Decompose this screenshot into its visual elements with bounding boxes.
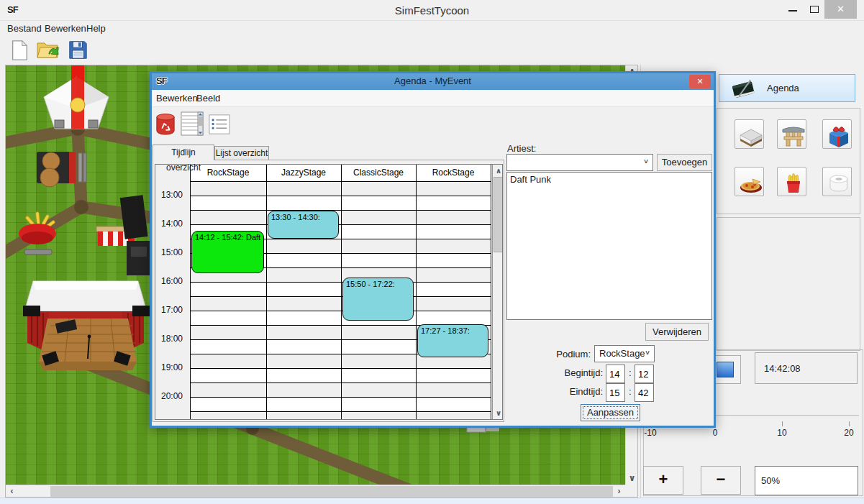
torii-gate-button[interactable] — [777, 119, 806, 149]
stage-equipment-object — [120, 195, 153, 275]
schedule-event[interactable]: 14:12 - 15:42: Daft Punk — [191, 231, 264, 273]
hour-label: 16:00 — [161, 276, 183, 288]
chevron-left-icon[interactable]: ‹ — [6, 485, 18, 498]
schedule-event[interactable]: 15:50 - 17:22: — [342, 278, 414, 321]
new-file-icon[interactable] — [9, 39, 32, 62]
timeline-view-icon[interactable] — [181, 111, 204, 139]
tab-tijdlijn-overzicht[interactable]: Tijdlijn overzicht — [153, 145, 214, 160]
window-titlebar: SF SimFestTycoon ✕ — [0, 0, 864, 21]
tab-content: 13:0014:0015:0016:0017:0018:0019:0020:00… — [153, 160, 504, 422]
artist-combobox[interactable]: ∨ — [506, 154, 653, 171]
info-group — [717, 217, 860, 351]
menu-bewerken[interactable]: Bewerken — [45, 23, 86, 34]
schedule-scrollbar[interactable]: ∧ ∨ — [492, 165, 503, 419]
slider-label: 0 — [701, 428, 729, 438]
column-header: JazzyStage — [266, 168, 341, 178]
minimize-icon[interactable] — [788, 9, 797, 12]
podium-combobox[interactable]: RockStage ∨ — [594, 345, 655, 362]
begin-minute-field[interactable] — [635, 365, 654, 383]
fries-button[interactable] — [777, 167, 806, 196]
column-header: ClassicStage — [341, 168, 416, 178]
hour-label: 13:00 — [161, 190, 183, 201]
slider-tick — [782, 421, 783, 426]
hour-label: 17:00 — [161, 305, 183, 316]
add-artist-button[interactable]: Toevoegen — [657, 154, 712, 171]
stage-tile-button[interactable] — [735, 119, 764, 149]
hour-label: 19:00 — [161, 362, 183, 374]
remove-artist-button[interactable]: Verwijderen — [645, 323, 709, 341]
scrollbar-corner — [625, 485, 637, 497]
game-clock: 14:42:08 — [755, 352, 858, 384]
end-minute-field[interactable] — [635, 383, 654, 402]
scrollbar-thumb[interactable] — [494, 177, 503, 252]
scrollbar-thumb[interactable] — [50, 486, 613, 497]
save-file-icon[interactable] — [67, 39, 90, 62]
hour-label: 20:00 — [161, 391, 183, 403]
apply-button[interactable]: Aanpassen — [581, 404, 640, 421]
slider-tick — [849, 421, 850, 426]
toilet-paper-button[interactable] — [822, 167, 852, 196]
hour-label: 14:00 — [161, 219, 183, 230]
agenda-dialog: SF Agenda - MyEvent ✕ Bewerken Beeld Tij… — [150, 71, 716, 428]
dialog-title: Agenda - MyEvent — [152, 75, 714, 86]
slider-label: 10 — [768, 428, 796, 438]
maximize-icon[interactable] — [810, 6, 819, 13]
main-toolbar — [0, 36, 640, 65]
close-button[interactable]: ✕ — [824, 0, 857, 19]
begin-hour-field[interactable] — [606, 365, 625, 383]
gift-button[interactable] — [822, 119, 852, 149]
menu-help[interactable]: Help — [86, 23, 106, 34]
schedule-grid: 13:0014:0015:0016:0017:0018:0019:0020:00… — [155, 164, 503, 420]
pizza-button[interactable] — [735, 167, 764, 196]
zoom-level-box: 50% — [755, 466, 858, 495]
window-title: SimFestTycoon — [0, 4, 864, 17]
schedule-event[interactable]: 17:27 - 18:37: — [417, 324, 488, 357]
slider-label: -10 — [636, 428, 665, 438]
chevron-right-icon[interactable]: › — [613, 485, 625, 498]
time-gutter: 13:0014:0015:0016:0017:0018:0019:0020:00 — [155, 165, 190, 419]
time-separator: : — [629, 386, 632, 397]
menu-bestand[interactable]: Bestand — [7, 23, 42, 34]
podium-label: Podium: — [507, 349, 591, 359]
zoom-in-button[interactable]: + — [643, 466, 683, 495]
tent-object — [44, 77, 109, 129]
podium-combobox-value: RockStage — [599, 348, 645, 359]
window-bottom-strip — [0, 498, 864, 504]
grid-line — [491, 165, 491, 419]
zoom-out-button[interactable]: − — [701, 466, 741, 495]
map-horizontal-scrollbar[interactable]: ‹ › — [6, 485, 625, 497]
list-item[interactable]: Daft Punk — [507, 173, 711, 186]
agenda-button[interactable]: Agenda — [719, 74, 855, 102]
chevron-down-icon[interactable]: ∨ — [626, 472, 638, 485]
schedule-event[interactable]: 13:30 - 14:30: — [268, 211, 339, 239]
end-hour-field[interactable] — [606, 383, 625, 402]
begin-time-label: Begintijd: — [507, 367, 603, 378]
end-time-label: Eindtijd: — [507, 386, 603, 397]
list-view-icon[interactable] — [209, 114, 230, 138]
dialog-menu-beeld[interactable]: Beeld — [196, 93, 220, 104]
grid-line — [266, 165, 267, 419]
dialog-titlebar[interactable]: SF Agenda - MyEvent ✕ — [152, 73, 714, 90]
agenda-button-label: Agenda — [767, 83, 799, 93]
time-separator: : — [629, 367, 632, 378]
tab-lijst-overzicht[interactable]: Lijst overzicht — [214, 146, 269, 160]
agenda-book-icon — [729, 78, 758, 103]
chevron-down-icon: ∨ — [643, 157, 649, 165]
main-menubar: Bestand Bewerken Help — [0, 22, 864, 36]
delete-event-icon[interactable] — [155, 112, 176, 139]
artist-listbox[interactable]: Daft Punk — [506, 172, 712, 320]
column-header: RockStage — [190, 168, 266, 178]
column-header: RockStage — [416, 168, 491, 178]
blue-square-icon — [717, 362, 734, 377]
dialog-close-button[interactable]: ✕ — [689, 75, 711, 88]
dialog-menu-bewerken[interactable]: Bewerken — [156, 93, 198, 104]
chevron-up-icon[interactable]: ∧ — [493, 165, 503, 177]
open-file-icon[interactable] — [36, 39, 59, 62]
hour-label: 15:00 — [161, 247, 183, 259]
chevron-down-icon[interactable]: ∨ — [493, 407, 503, 419]
main-stage-object — [23, 281, 150, 370]
grid-line — [341, 165, 342, 419]
slider-label: 20 — [835, 428, 863, 438]
burger-stand-object — [37, 152, 86, 187]
artist-label: Artiest: — [507, 143, 536, 154]
